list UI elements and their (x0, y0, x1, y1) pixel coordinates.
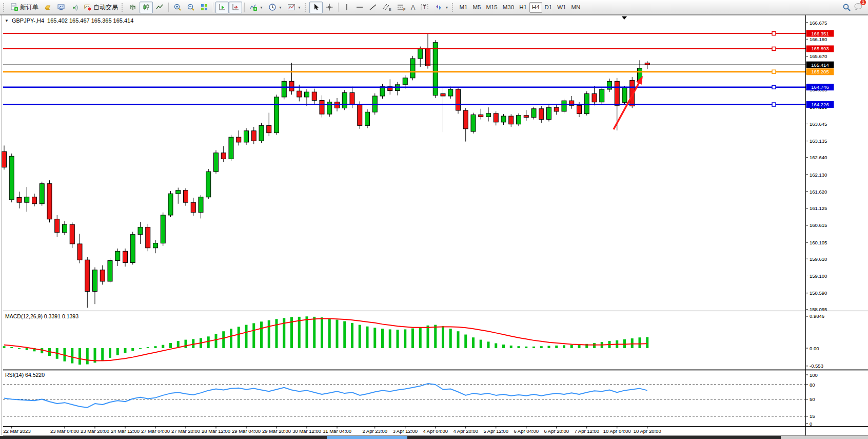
macd-histogram-bar (147, 347, 149, 348)
ohlc-values: 165.402 165.467 165.365 165.414 (47, 17, 133, 24)
macd-histogram-bar (495, 343, 497, 348)
time-axis-label: 23 Mar 20:00 (81, 428, 109, 434)
macd-axis-tick: 0.9846 (810, 313, 824, 319)
macd-histogram-bar (3, 346, 6, 348)
macd-histogram-bar (207, 336, 210, 348)
time-axis-label: 2 Apr 23:00 (362, 428, 387, 434)
chart-canvas[interactable]: 166.675166.180165.670165.160164.665164.1… (0, 0, 868, 439)
macd-histogram-bar (555, 346, 558, 348)
macd-histogram-bar (351, 323, 353, 348)
macd-histogram-bar (101, 348, 104, 360)
price-tick: 161.125 (810, 205, 827, 211)
price-tick: 160.105 (810, 240, 827, 245)
time-axis-label: 10 Apr 04:00 (603, 428, 631, 434)
time-axis-label: 4 Apr 20:00 (453, 428, 478, 434)
macd-histogram-bar (548, 346, 550, 348)
price-tick: 165.670 (810, 53, 827, 59)
macd-indicator-label: MACD(12,26,9) 0.3391 0.1393 (5, 313, 78, 319)
macd-histogram-bar (646, 337, 648, 348)
time-axis-label: 5 Apr 12:00 (483, 428, 508, 434)
macd-histogram-bar (10, 347, 13, 348)
price-tick: 159.100 (810, 273, 827, 279)
rsi-indicator-label: RSI(14) 64.5220 (5, 372, 45, 378)
macd-histogram-bar (313, 317, 315, 348)
time-axis-label: 6 Apr 20:00 (544, 428, 569, 434)
macd-histogram-bar (540, 346, 543, 348)
macd-histogram-bar (389, 329, 391, 348)
macd-histogram-bar (162, 345, 164, 348)
price-level-pill-text: 164.226 (811, 102, 828, 107)
macd-histogram-bar (268, 320, 270, 348)
macd-histogram-bar (525, 347, 527, 348)
macd-histogram-bar (109, 348, 111, 358)
macd-histogram-bar (185, 340, 187, 348)
price-tick: 158.590 (810, 290, 827, 296)
macd-histogram-bar (563, 345, 565, 348)
chart-area[interactable]: 166.675166.180165.670165.160164.665164.1… (0, 0, 868, 439)
price-level-pill-text: 165.414 (811, 62, 828, 68)
macd-histogram-bar (639, 337, 641, 348)
macd-histogram-bar (26, 348, 28, 350)
price-level-pill-text: 165.893 (811, 46, 828, 51)
macd-histogram-bar (139, 348, 142, 349)
macd-histogram-bar (252, 323, 255, 348)
price-tick: 163.645 (810, 121, 827, 127)
time-axis-label: 23 Mar 04:00 (50, 428, 79, 434)
price-tick: 166.180 (810, 36, 827, 42)
macd-histogram-bar (434, 325, 437, 348)
time-axis-label: 31 Mar 04:00 (323, 428, 351, 434)
level-endpoint-marker (772, 32, 776, 35)
macd-histogram-bar (480, 340, 482, 348)
price-tick: 160.615 (810, 222, 827, 228)
macd-histogram-bar (419, 327, 422, 348)
time-axis-label: 4 Apr 04:00 (423, 428, 448, 434)
time-axis-label: 6 Apr 04:00 (514, 428, 539, 434)
rsi-axis-tick: 100 (810, 372, 818, 378)
macd-histogram-bar (230, 329, 232, 348)
macd-axis-tick: 0.00 (810, 346, 819, 351)
price-level-pill-text: 164.746 (811, 84, 828, 90)
time-axis-label: 24 Mar 12:00 (111, 428, 140, 434)
macd-histogram-bar (86, 348, 89, 365)
macd-histogram-bar (336, 320, 339, 348)
macd-histogram-bar (169, 343, 172, 348)
bottom-border-corner (781, 436, 868, 439)
macd-histogram-bar (518, 346, 520, 348)
rsi-line (4, 384, 647, 408)
price-tick: 166.675 (810, 20, 827, 26)
level-endpoint-marker (772, 70, 776, 73)
rsi-axis-tick: 80 (810, 382, 815, 388)
bottom-scrollbar-thumb[interactable] (327, 436, 407, 439)
time-axis-label: 10 Apr 20:00 (634, 428, 661, 434)
macd-histogram-bar (570, 345, 573, 348)
time-axis-label: 28 Mar 12:00 (202, 428, 230, 434)
macd-histogram-bar (275, 319, 278, 348)
macd-histogram-bar (298, 317, 301, 348)
macd-histogram-bar (442, 326, 444, 348)
macd-histogram-bar (71, 348, 73, 364)
macd-histogram-bar (373, 328, 376, 348)
macd-histogram-bar (154, 346, 157, 348)
macd-histogram-bar (532, 347, 535, 348)
macd-histogram-bar (411, 329, 414, 348)
trading-platform-window: 新订单 自动交易 (0, 0, 868, 439)
time-axis-label: 7 Apr 12:00 (574, 428, 599, 434)
macd-histogram-bar (404, 329, 406, 348)
macd-histogram-bar (343, 321, 346, 348)
macd-histogram-bar (397, 330, 399, 348)
macd-histogram-bar (464, 335, 467, 348)
macd-histogram-bar (449, 329, 452, 348)
rsi-axis-tick: 0 (810, 421, 812, 427)
level-endpoint-marker (772, 47, 776, 50)
candlestick-series (2, 33, 650, 308)
price-level-pill-text: 165.205 (811, 69, 828, 74)
time-axis-label: 29 Mar 04:00 (232, 428, 261, 434)
time-axis-label: 27 Mar 20:00 (171, 428, 200, 434)
price-tick: 158.095 (810, 307, 827, 312)
bar-position-marker-icon (622, 16, 627, 20)
rsi-axis-tick: 15 (810, 413, 815, 419)
bottom-border-left (0, 436, 327, 439)
level-endpoint-marker (772, 103, 776, 106)
time-axis-label: 30 Mar 12:00 (292, 428, 321, 434)
macd-histogram-bar (18, 348, 21, 349)
